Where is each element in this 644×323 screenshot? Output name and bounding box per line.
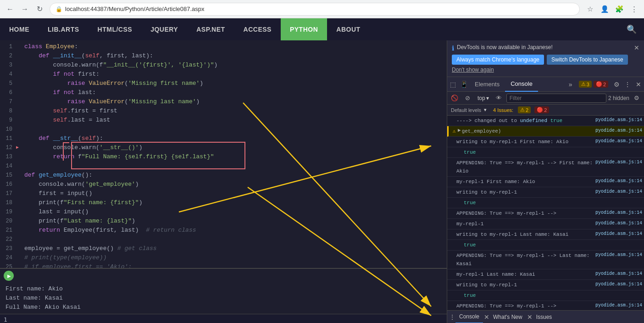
switch-japanese-button[interactable]: Switch DevTools to Japanese — [547, 55, 628, 65]
run-button[interactable] — [4, 271, 14, 281]
notification-buttons: Always match Chrome's language Switch De… — [452, 55, 639, 65]
forward-button[interactable]: → — [18, 3, 31, 16]
entry-icon-8b — [456, 241, 464, 242]
issues-err-badge: 🔴 2 — [534, 106, 549, 113]
entry-icon-5 — [449, 188, 456, 189]
footer-tab-console[interactable]: Console — [455, 311, 483, 323]
code-editor[interactable]: 1 class Employee: 2 def __init__(self, f… — [0, 40, 447, 268]
issues-warn-badge: ⚠ 2 — [518, 106, 531, 113]
code-line-24: 24 # print(type(employee)) — [0, 253, 447, 262]
more-options-icon[interactable]: ⋮ — [622, 79, 633, 90]
code-line-10: 10 — [0, 125, 447, 134]
entry-file-7[interactable]: pyodide.asm.js:14 — [595, 220, 642, 226]
entry-file-4[interactable]: pyodide.asm.js:14 — [595, 178, 642, 184]
console-entry-5b: true — [447, 198, 644, 208]
top-label: top — [477, 95, 485, 101]
nav-home[interactable]: HOME — [0, 18, 39, 40]
hidden-count-label: 2 hidden — [608, 95, 629, 101]
code-line-25: 25 # if employee.first == 'Akio': — [0, 262, 447, 268]
profile-button[interactable]: 👤 — [598, 3, 611, 16]
code-line-1: 1 class Employee: — [0, 42, 447, 51]
browser-actions: ☆ 👤 🧩 ⋮ — [583, 3, 640, 16]
entry-file-5[interactable]: pyodide.asm.js:14 — [595, 188, 642, 194]
console-entry-7: my-repl-1 pyodide.asm.js:14 — [447, 219, 644, 229]
entry-file-6[interactable]: pyodide.asm.js:14 — [595, 209, 642, 215]
devtools-notification: ℹ DevTools is now available in Japanese!… — [447, 40, 644, 77]
entry-text-5: writing to my-repl-1 — [456, 188, 595, 196]
entry-file-1[interactable]: pyodide.asm.js:14 — [595, 127, 642, 133]
settings-icon[interactable]: ⚙ — [611, 79, 622, 90]
more-tabs-icon[interactable]: » — [565, 79, 576, 90]
error-badge: 🔴 2 — [594, 81, 608, 88]
entry-text-9: APPENDING: True ==> my-repl-1 --> Last n… — [456, 251, 595, 268]
entry-file-2[interactable]: pyodide.asm.js:14 — [595, 138, 642, 144]
inspect-icon[interactable]: ⬚ — [447, 79, 458, 90]
console-entry-9: APPENDING: True ==> my-repl-1 --> Last n… — [447, 251, 644, 269]
entry-expand-1[interactable]: ▶ — [458, 127, 461, 133]
browser-chrome: ← → ↻ 🔒 localhost:44387/Menu/Python/Arti… — [0, 0, 644, 18]
entry-icon-8 — [449, 230, 456, 231]
console-entry-1: ⚠ ▶ get_employee) pyodide.asm.js:14 — [447, 126, 644, 137]
levels-dropdown-icon[interactable]: ▾ — [484, 107, 487, 113]
dock-settings-icon[interactable]: ⋮ — [449, 313, 455, 321]
footer-close-whatsnew-icon[interactable]: ✕ — [527, 313, 533, 321]
block-icon[interactable]: ⊘ — [462, 93, 473, 104]
bookmark-button[interactable]: ☆ — [583, 3, 596, 16]
nav-libarts[interactable]: LIB.ARTS — [39, 18, 89, 40]
entry-icon-2b — [456, 148, 464, 149]
nav-about[interactable]: ABOUT — [327, 18, 369, 40]
nav-access[interactable]: ACCESS — [234, 18, 281, 40]
entry-icon-12 — [449, 302, 456, 303]
footer-close-console-icon[interactable]: ✕ — [484, 313, 489, 321]
nav-htmlcss[interactable]: HTML/CSS — [89, 18, 142, 40]
entry-file-12[interactable]: pyodide.asm.js:14 — [595, 302, 642, 308]
code-line-20: 20 print(f"Last name: {last}") — [0, 217, 447, 226]
entry-text-11b: true — [464, 291, 642, 300]
nav-jquery[interactable]: JQUERY — [141, 18, 187, 40]
search-icon[interactable]: 🔍 — [619, 24, 644, 34]
tab-elements[interactable]: Elements — [469, 77, 505, 92]
entry-icon-11 — [449, 281, 456, 282]
entry-file-3[interactable]: pyodide.asm.js:14 — [595, 159, 642, 165]
menu-button[interactable]: ⋮ — [627, 3, 640, 16]
code-line-2: 2 def __init__(self, first, last): — [0, 51, 447, 61]
extensions-button[interactable]: 🧩 — [613, 3, 626, 16]
entry-file-0[interactable]: pyodide.asm.js:14 — [595, 117, 642, 123]
entry-file-10[interactable]: pyodide.asm.js:14 — [595, 270, 642, 276]
eye-icon[interactable]: 👁 — [494, 93, 505, 104]
entry-icon-5b — [456, 199, 464, 200]
clear-console-icon[interactable]: 🚫 — [449, 93, 460, 104]
dont-show-again-link[interactable]: Don't show again — [452, 67, 639, 73]
entry-icon-3 — [449, 159, 456, 160]
entry-text-2b: true — [464, 148, 642, 156]
code-line-5: 5 raise ValueError('Missing first name') — [0, 79, 447, 88]
top-context-dropdown[interactable]: top ▾ — [475, 94, 492, 102]
nav-aspnet[interactable]: ASP.NET — [187, 18, 234, 40]
device-icon[interactable]: 📱 — [458, 79, 469, 90]
match-language-button[interactable]: Always match Chrome's language — [452, 55, 544, 65]
entry-file-8[interactable]: pyodide.asm.js:14 — [595, 230, 642, 236]
console-log[interactable]: ----> changed out to undefined true pyod… — [447, 116, 644, 310]
levels-label: Default levels — [451, 107, 481, 113]
issues-label: 4 Issues: — [493, 107, 513, 113]
console-entry-11: writing to my-repl-1 pyodide.asm.js:14 — [447, 280, 644, 290]
entry-file-9[interactable]: pyodide.asm.js:14 — [595, 251, 642, 257]
filter-settings-icon[interactable]: ⚙ — [631, 93, 642, 104]
console-entry-6: APPENDING: True ==> my-repl-1 --> pyodid… — [447, 208, 644, 219]
footer-tab-whatsnew[interactable]: What's New — [489, 311, 526, 323]
tab-console[interactable]: Console — [505, 77, 538, 92]
output-area: First name: Akio Last name: Kasai Full N… — [0, 268, 447, 323]
filter-input[interactable] — [506, 94, 606, 103]
nav-python[interactable]: PYTHON — [281, 18, 327, 40]
close-devtools-icon[interactable]: ✕ — [633, 79, 644, 90]
code-line-16: 16 console.warn('get_employee') — [0, 180, 447, 189]
entry-file-11[interactable]: pyodide.asm.js:14 — [595, 281, 642, 287]
code-line-19: 19 last = input() — [0, 207, 447, 217]
reload-button[interactable]: ↻ — [33, 3, 46, 16]
address-bar[interactable]: 🔒 localhost:44387/Menu/Python/Article/Ar… — [50, 3, 580, 16]
footer-tab-issues[interactable]: Issues — [533, 311, 556, 323]
back-button[interactable]: ← — [4, 3, 17, 16]
entry-icon-4 — [449, 178, 456, 178]
notification-close-icon[interactable]: ✕ — [634, 44, 639, 51]
code-line-6: 6 if not last: — [0, 88, 447, 97]
